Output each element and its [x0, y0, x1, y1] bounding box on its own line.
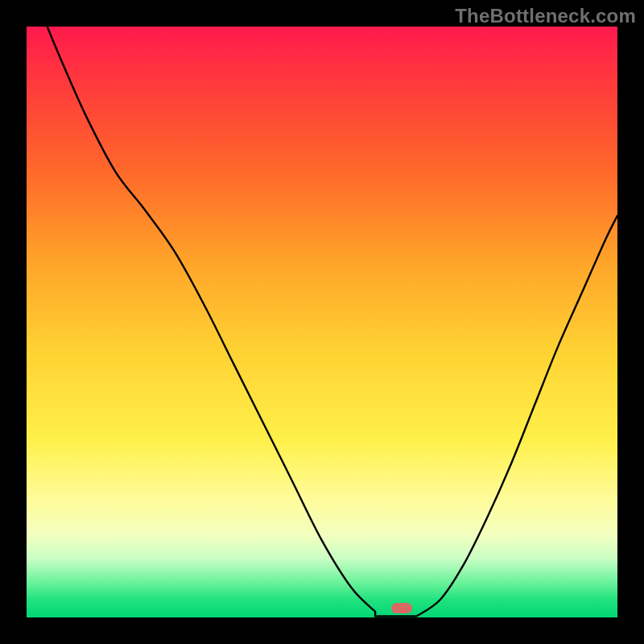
watermark-text: TheBottleneck.com [455, 5, 636, 27]
chart-frame: TheBottleneck.com [0, 0, 644, 644]
optimal-point-marker [391, 603, 412, 613]
bottleneck-curve [27, 27, 617, 617]
